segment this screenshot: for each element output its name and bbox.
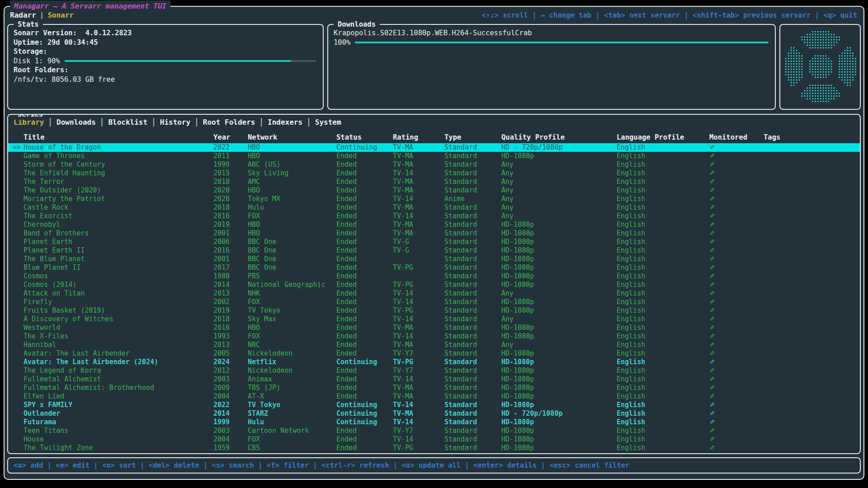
- monitored-pencil-icon: ✎: [709, 409, 764, 418]
- series-language-profile: English: [617, 332, 709, 341]
- table-row[interactable]: Cosmos (2014) 2014 National Geographic E…: [8, 281, 860, 289]
- selected-row-arrow: =>: [13, 143, 24, 152]
- series-network: CBS: [248, 444, 336, 452]
- series-year: 2018: [213, 315, 248, 324]
- series-title: Fullmetal Alchemist: [24, 375, 213, 384]
- series-language-profile: English: [617, 409, 709, 418]
- tab-indexers[interactable]: Indexers: [268, 118, 302, 127]
- table-row[interactable]: Planet Earth II 2016 BBC One Ended TV-G …: [8, 246, 860, 255]
- table-row[interactable]: Avatar: The Last Airbender 2005 Nickelod…: [8, 349, 860, 358]
- table-row[interactable]: Futurama 1999 Hulu Continuing TV-14 Stan…: [8, 418, 860, 427]
- series-quality-profile: HD-1080p: [501, 444, 617, 452]
- series-quality-profile: Any: [501, 178, 617, 186]
- series-title: Attack on Titan: [24, 289, 213, 298]
- series-quality-profile: HD-1080p: [501, 384, 617, 392]
- tab-history[interactable]: History: [160, 118, 190, 127]
- series-status: Ended: [336, 289, 393, 298]
- series-type: Standard: [444, 152, 501, 160]
- series-title: Blue Planet II: [24, 263, 213, 272]
- tab-downloads[interactable]: Downloads: [57, 118, 96, 127]
- tab-blocklist[interactable]: Blocklist: [108, 118, 147, 127]
- series-status: Ended: [336, 229, 393, 238]
- table-row[interactable]: Avatar: The Last Airbender (2024) 2024 N…: [8, 358, 860, 366]
- table-row[interactable]: Fullmetal Alchemist 2003 Animax Ended TV…: [8, 375, 860, 384]
- table-row[interactable]: The Blue Planet 2001 BBC One Ended Stand…: [8, 255, 860, 263]
- table-row[interactable]: The Twilight Zone 1959 CBS Ended TV-PG S…: [8, 444, 860, 452]
- series-language-profile: English: [617, 160, 709, 169]
- tab-separator: │: [190, 118, 203, 127]
- table-row[interactable]: Planet Earth 2006 BBC One Ended TV-G Sta…: [8, 238, 860, 246]
- table-row[interactable]: Band of Brothers 2001 HBO Ended TV-MA St…: [8, 229, 860, 238]
- series-quality-profile: HD - 720p/1080p: [501, 143, 617, 152]
- table-row[interactable]: Game of Thrones 2011 HBO Ended TV-MA Sta…: [8, 152, 860, 160]
- table-row[interactable]: Outlander 2014 STARZ Continuing TV-MA St…: [8, 409, 860, 418]
- table-row[interactable]: House 2004 FOX Ended TV-14 Standard HD-1…: [8, 435, 860, 444]
- table-row[interactable]: Moriarty the Patriot 2020 Tokyo MX Ended…: [8, 195, 860, 203]
- table-row[interactable]: The Exorcist 2016 FOX Ended TV-14 Standa…: [8, 212, 860, 221]
- table-row[interactable]: The Enfield Haunting 2015 Sky Living End…: [8, 169, 860, 178]
- series-title: Firefly: [24, 298, 213, 306]
- series-status: Ended: [336, 152, 393, 160]
- series-status: Ended: [336, 384, 393, 392]
- tab-system[interactable]: System: [315, 118, 341, 127]
- root-folder-value: /nfs/tv: 8056.03 GB free: [14, 75, 317, 84]
- series-rating: TV-MA: [393, 409, 444, 418]
- series-status: Ended: [336, 212, 393, 221]
- table-row[interactable]: Blue Planet II 2017 BBC One Ended TV-PG …: [8, 263, 860, 272]
- series-language-profile: English: [617, 143, 709, 152]
- monitored-pencil-icon: ✎: [709, 203, 764, 212]
- series-type: Standard: [444, 401, 501, 409]
- table-row[interactable]: Cosmos 1980 PBS Ended Standard HD-1080p …: [8, 272, 860, 281]
- monitored-pencil-icon: ✎: [709, 169, 764, 178]
- table-row[interactable]: Castle Rock 2018 Hulu Ended TV-MA Standa…: [8, 203, 860, 212]
- series-status: Ended: [336, 366, 393, 375]
- table-row[interactable]: Storm of the Century 1999 ABC (US) Ended…: [8, 160, 860, 169]
- series-status: Ended: [336, 246, 393, 255]
- series-network: National Geographic: [248, 281, 336, 289]
- table-row[interactable]: Chernobyl 2019 HBO Ended TV-MA Standard …: [8, 221, 860, 229]
- table-row[interactable]: Firefly 2002 FOX Ended TV-14 Standard HD…: [8, 298, 860, 306]
- series-language-profile: English: [617, 203, 709, 212]
- series-status: Ended: [336, 315, 393, 324]
- series-type: Standard: [444, 375, 501, 384]
- series-language-profile: English: [617, 221, 709, 229]
- table-row[interactable]: A Discovery of Witches 2018 Sky Max Ende…: [8, 315, 860, 324]
- series-type: Standard: [444, 169, 501, 178]
- tab-root-folders[interactable]: Root Folders: [203, 118, 255, 127]
- table-row[interactable]: Fullmetal Alchemist: Brotherhood 2009 TB…: [8, 384, 860, 392]
- monitored-pencil-icon: ✎: [709, 418, 764, 427]
- series-year: 1999: [213, 160, 248, 169]
- storage-label: Storage:: [14, 47, 317, 56]
- table-row[interactable]: Westworld 2016 HBO Ended TV-MA Standard …: [8, 324, 860, 332]
- series-quality-profile: HD-1080p: [501, 229, 617, 238]
- series-language-profile: English: [617, 272, 709, 281]
- footer-keybindings-box: <a> add | <e> edit | <o> sort | <del> de…: [7, 457, 861, 474]
- col-status: Status: [336, 133, 393, 141]
- series-status: Continuing: [336, 358, 393, 366]
- table-row[interactable]: Elfen Lied 2004 AT-X Ended TV-MA Standar…: [8, 392, 860, 401]
- table-row[interactable]: The X-Files 1993 FOX Ended TV-14 Standar…: [8, 332, 860, 341]
- series-title: Hannibal: [24, 341, 213, 349]
- table-row[interactable]: Teen Titans 2003 Cartoon Network Ended T…: [8, 427, 860, 435]
- series-year: 2011: [213, 152, 248, 160]
- series-rating: TV-14: [393, 418, 444, 427]
- series-network: AT-X: [248, 392, 336, 401]
- series-year: 1980: [213, 272, 248, 281]
- table-row[interactable]: The Legend of Korra 2012 Nickelodeon End…: [8, 366, 860, 375]
- monitored-pencil-icon: ✎: [709, 221, 764, 229]
- table-row[interactable]: The Outsider (2020) 2020 HBO Ended TV-MA…: [8, 186, 860, 195]
- series-table-header: Title Year Network Status Rating Type Qu…: [8, 132, 860, 142]
- table-row[interactable]: SPY x FAMILY 2022 TV Tokyo Continuing TV…: [8, 401, 860, 409]
- series-quality-profile: HD-1080p: [501, 263, 617, 272]
- series-rating: TV-MA: [393, 160, 444, 169]
- series-title: Teen Titans: [24, 427, 213, 435]
- series-rating: TV-14: [393, 212, 444, 221]
- series-status: Ended: [336, 349, 393, 358]
- series-quality-profile: HD - 720p/1080p: [501, 409, 617, 418]
- top-panels-row: Stats Sonarr Version: 4.0.12.2823 Uptime…: [7, 24, 861, 110]
- table-row[interactable]: Hannibal 2013 NBC Ended TV-MA Standard A…: [8, 341, 860, 349]
- table-row[interactable]: The Terror 2018 AMC Ended TV-MA Standard…: [8, 178, 860, 186]
- table-row[interactable]: => House of the Dragon 2022 HBO Continui…: [8, 143, 860, 152]
- table-row[interactable]: Fruits Basket (2019) 2019 TV Tokyo Ended…: [8, 306, 860, 315]
- table-row[interactable]: Attack on Titan 2013 NHK Ended TV-14 Sta…: [8, 289, 860, 298]
